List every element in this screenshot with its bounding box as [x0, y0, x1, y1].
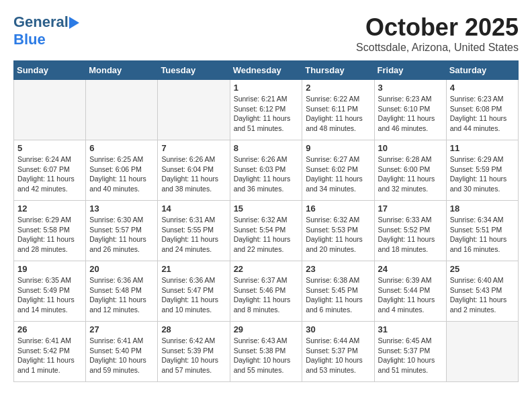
day-number: 30	[306, 324, 370, 334]
day-number: 7	[161, 143, 226, 153]
calendar-cell: 9Sunrise: 6:27 AMSunset: 6:02 PMDaylight…	[302, 140, 374, 201]
day-number: 2	[306, 83, 370, 93]
cell-content: Sunrise: 6:35 AMSunset: 5:49 PMDaylight:…	[17, 275, 82, 315]
calendar-cell: 10Sunrise: 6:28 AMSunset: 6:00 PMDayligh…	[374, 140, 446, 201]
day-number: 22	[234, 264, 299, 274]
cell-content: Sunrise: 6:29 AMSunset: 5:59 PMDaylight:…	[450, 154, 515, 194]
calendar-cell: 1Sunrise: 6:21 AMSunset: 6:12 PMDaylight…	[230, 80, 302, 140]
day-number: 23	[306, 264, 370, 274]
cell-content: Sunrise: 6:37 AMSunset: 5:46 PMDaylight:…	[234, 275, 299, 315]
calendar-table: SundayMondayTuesdayWednesdayThursdayFrid…	[13, 60, 519, 382]
day-number: 18	[450, 203, 515, 214]
cell-content: Sunrise: 6:26 AMSunset: 6:03 PMDaylight:…	[234, 154, 299, 194]
calendar-cell: 21Sunrise: 6:36 AMSunset: 5:47 PMDayligh…	[158, 261, 230, 322]
weekday-header-monday: Monday	[86, 61, 158, 80]
calendar-cell: 27Sunrise: 6:41 AMSunset: 5:40 PMDayligh…	[86, 322, 158, 382]
cell-content: Sunrise: 6:22 AMSunset: 6:11 PMDaylight:…	[306, 94, 370, 134]
calendar-cell: 25Sunrise: 6:40 AMSunset: 5:43 PMDayligh…	[446, 261, 518, 322]
cell-content: Sunrise: 6:24 AMSunset: 6:07 PMDaylight:…	[17, 154, 82, 194]
day-number: 29	[234, 324, 299, 334]
calendar-cell: 4Sunrise: 6:23 AMSunset: 6:08 PMDaylight…	[446, 80, 518, 140]
cell-content: Sunrise: 6:23 AMSunset: 6:08 PMDaylight:…	[450, 94, 515, 134]
day-number: 16	[306, 203, 370, 214]
day-number: 26	[17, 324, 82, 334]
day-number: 28	[161, 324, 226, 334]
day-number: 15	[234, 203, 299, 214]
calendar-cell: 8Sunrise: 6:26 AMSunset: 6:03 PMDaylight…	[230, 140, 302, 201]
calendar-cell	[446, 322, 518, 382]
cell-content: Sunrise: 6:29 AMSunset: 5:58 PMDaylight:…	[17, 215, 82, 255]
calendar-cell	[14, 80, 86, 140]
calendar-cell: 5Sunrise: 6:24 AMSunset: 6:07 PMDaylight…	[14, 140, 86, 201]
page-header: General Blue October 2025 Scottsdale, Ar…	[13, 13, 519, 54]
title-block: October 2025 Scottsdale, Arizona, United…	[356, 13, 519, 54]
cell-content: Sunrise: 6:32 AMSunset: 5:53 PMDaylight:…	[306, 215, 370, 255]
calendar-cell: 16Sunrise: 6:32 AMSunset: 5:53 PMDayligh…	[302, 201, 374, 261]
weekday-header-saturday: Saturday	[446, 61, 518, 80]
calendar-week-row: 19Sunrise: 6:35 AMSunset: 5:49 PMDayligh…	[14, 261, 519, 322]
cell-content: Sunrise: 6:44 AMSunset: 5:37 PMDaylight:…	[306, 336, 370, 375]
logo-arrow-icon	[69, 17, 79, 29]
weekday-header-row: SundayMondayTuesdayWednesdayThursdayFrid…	[14, 61, 519, 80]
cell-content: Sunrise: 6:27 AMSunset: 6:02 PMDaylight:…	[306, 154, 370, 194]
day-number: 3	[378, 83, 443, 93]
day-number: 20	[89, 264, 154, 274]
day-number: 14	[161, 203, 226, 214]
day-number: 10	[378, 143, 443, 153]
calendar-cell: 14Sunrise: 6:31 AMSunset: 5:55 PMDayligh…	[158, 201, 230, 261]
calendar-cell: 22Sunrise: 6:37 AMSunset: 5:46 PMDayligh…	[230, 261, 302, 322]
weekday-header-tuesday: Tuesday	[158, 61, 230, 80]
calendar-cell: 31Sunrise: 6:45 AMSunset: 5:37 PMDayligh…	[374, 322, 446, 382]
cell-content: Sunrise: 6:25 AMSunset: 6:06 PMDaylight:…	[89, 154, 154, 194]
day-number: 4	[450, 83, 515, 93]
calendar-cell: 19Sunrise: 6:35 AMSunset: 5:49 PMDayligh…	[14, 261, 86, 322]
cell-content: Sunrise: 6:32 AMSunset: 5:54 PMDaylight:…	[234, 215, 299, 255]
cell-content: Sunrise: 6:23 AMSunset: 6:10 PMDaylight:…	[378, 94, 443, 134]
calendar-cell: 24Sunrise: 6:39 AMSunset: 5:44 PMDayligh…	[374, 261, 446, 322]
calendar-cell: 15Sunrise: 6:32 AMSunset: 5:54 PMDayligh…	[230, 201, 302, 261]
cell-content: Sunrise: 6:36 AMSunset: 5:48 PMDaylight:…	[89, 275, 154, 315]
day-number: 19	[17, 264, 82, 274]
calendar-cell: 30Sunrise: 6:44 AMSunset: 5:37 PMDayligh…	[302, 322, 374, 382]
day-number: 6	[89, 143, 154, 153]
day-number: 31	[378, 324, 443, 334]
logo-general: General	[13, 13, 69, 30]
cell-content: Sunrise: 6:21 AMSunset: 6:12 PMDaylight:…	[234, 94, 299, 134]
cell-content: Sunrise: 6:39 AMSunset: 5:44 PMDaylight:…	[378, 275, 443, 315]
day-number: 21	[161, 264, 226, 274]
cell-content: Sunrise: 6:42 AMSunset: 5:39 PMDaylight:…	[161, 336, 226, 375]
logo: General Blue	[13, 13, 79, 48]
cell-content: Sunrise: 6:41 AMSunset: 5:42 PMDaylight:…	[17, 336, 82, 375]
cell-content: Sunrise: 6:43 AMSunset: 5:38 PMDaylight:…	[234, 336, 299, 375]
day-number: 27	[89, 324, 154, 334]
cell-content: Sunrise: 6:38 AMSunset: 5:45 PMDaylight:…	[306, 275, 370, 315]
calendar-subtitle: Scottsdale, Arizona, United States	[356, 42, 519, 54]
calendar-body: 1Sunrise: 6:21 AMSunset: 6:12 PMDaylight…	[14, 80, 519, 382]
weekday-header-friday: Friday	[374, 61, 446, 80]
calendar-cell: 29Sunrise: 6:43 AMSunset: 5:38 PMDayligh…	[230, 322, 302, 382]
calendar-title: October 2025	[356, 13, 519, 42]
calendar-cell	[86, 80, 158, 140]
calendar-cell: 26Sunrise: 6:41 AMSunset: 5:42 PMDayligh…	[14, 322, 86, 382]
logo-blue: Blue	[13, 31, 46, 48]
calendar-cell: 20Sunrise: 6:36 AMSunset: 5:48 PMDayligh…	[86, 261, 158, 322]
day-number: 17	[378, 203, 443, 214]
cell-content: Sunrise: 6:41 AMSunset: 5:40 PMDaylight:…	[89, 336, 154, 375]
day-number: 5	[17, 143, 82, 153]
weekday-header-thursday: Thursday	[302, 61, 374, 80]
cell-content: Sunrise: 6:28 AMSunset: 6:00 PMDaylight:…	[378, 154, 443, 194]
cell-content: Sunrise: 6:33 AMSunset: 5:52 PMDaylight:…	[378, 215, 443, 255]
calendar-week-row: 1Sunrise: 6:21 AMSunset: 6:12 PMDaylight…	[14, 80, 519, 140]
calendar-week-row: 26Sunrise: 6:41 AMSunset: 5:42 PMDayligh…	[14, 322, 519, 382]
calendar-cell: 6Sunrise: 6:25 AMSunset: 6:06 PMDaylight…	[86, 140, 158, 201]
cell-content: Sunrise: 6:34 AMSunset: 5:51 PMDaylight:…	[450, 215, 515, 255]
day-number: 9	[306, 143, 370, 153]
calendar-cell: 3Sunrise: 6:23 AMSunset: 6:10 PMDaylight…	[374, 80, 446, 140]
day-number: 1	[234, 83, 299, 93]
calendar-cell	[158, 80, 230, 140]
calendar-cell: 2Sunrise: 6:22 AMSunset: 6:11 PMDaylight…	[302, 80, 374, 140]
cell-content: Sunrise: 6:26 AMSunset: 6:04 PMDaylight:…	[161, 154, 226, 194]
weekday-header-wednesday: Wednesday	[230, 61, 302, 80]
cell-content: Sunrise: 6:30 AMSunset: 5:57 PMDaylight:…	[89, 215, 154, 255]
calendar-cell: 11Sunrise: 6:29 AMSunset: 5:59 PMDayligh…	[446, 140, 518, 201]
